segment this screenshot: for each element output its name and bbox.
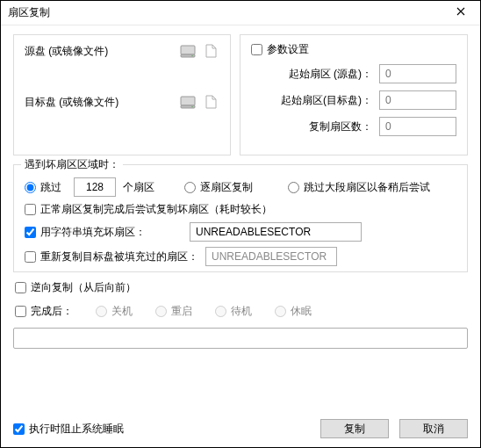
per-sector-radio[interactable]: 逐扇区复制 <box>184 180 253 195</box>
svg-point-2 <box>191 55 193 57</box>
after-standby-radio[interactable]: 待机 <box>215 304 252 319</box>
retry-checkbox[interactable]: 正常扇区复制完成后尝试复制坏扇区（耗时较长） <box>25 202 272 217</box>
target-disk-icon[interactable] <box>179 93 197 111</box>
retry-label: 正常扇区复制完成后尝试复制坏扇区（耗时较长） <box>40 202 272 217</box>
after-done-checkbox[interactable]: 完成后： <box>15 304 73 319</box>
refill-input[interactable] <box>205 247 337 266</box>
svg-rect-0 <box>181 46 195 54</box>
progress-input[interactable] <box>13 328 468 349</box>
jump-big-label: 跳过大段扇区以备稍后尝试 <box>304 180 430 195</box>
start-dst-label: 起始扇区(目标盘)： <box>251 93 379 108</box>
fill-label: 用字符串填充坏扇区： <box>40 225 146 240</box>
source-disk-label: 源盘 (或镜像文件) <box>25 44 172 59</box>
reverse-copy-checkbox[interactable]: 逆向复制（从后向前） <box>15 280 136 295</box>
start-src-label: 起始扇区 (源盘)： <box>251 67 379 82</box>
titlebar: 扇区复制 <box>1 1 480 25</box>
source-target-group: 源盘 (或镜像文件) 目标盘 (或镜像文件) <box>13 34 231 155</box>
after-done-label: 完成后： <box>31 304 73 319</box>
start-src-input[interactable] <box>379 64 456 83</box>
target-disk-label: 目标盘 (或镜像文件) <box>25 95 172 110</box>
cancel-button[interactable]: 取消 <box>399 419 468 438</box>
content: 源盘 (或镜像文件) 目标盘 (或镜像文件) <box>1 25 480 349</box>
prevent-sleep-label: 执行时阻止系统睡眠 <box>29 422 124 437</box>
skip-radio[interactable]: 跳过 <box>25 180 61 195</box>
after-reboot-radio[interactable]: 重启 <box>155 304 192 319</box>
bad-sector-group: 遇到坏扇区区域时： 跳过 个扇区 逐扇区复制 跳过大段扇区以备稍后尝试 正常扇区… <box>13 164 468 272</box>
source-disk-icon[interactable] <box>179 42 197 60</box>
refill-checkbox[interactable]: 重新复制目标盘被填充过的扇区： <box>25 249 198 264</box>
after-hibernate-label: 休眠 <box>291 304 312 319</box>
skip-unit-label: 个扇区 <box>123 180 154 195</box>
params-header-label: 参数设置 <box>267 42 309 57</box>
skip-label: 跳过 <box>40 180 61 195</box>
copy-button[interactable]: 复制 <box>320 419 389 438</box>
after-standby-label: 待机 <box>231 304 252 319</box>
source-file-icon[interactable] <box>202 42 219 60</box>
params-enable-checkbox[interactable]: 参数设置 <box>251 42 309 57</box>
count-label: 复制扇区数： <box>251 119 379 134</box>
params-group: 参数设置 起始扇区 (源盘)： 起始扇区(目标盘)： 复制扇区数： <box>240 34 468 155</box>
after-hibernate-radio[interactable]: 休眠 <box>275 304 312 319</box>
refill-label: 重新复制目标盘被填充过的扇区： <box>40 249 198 264</box>
count-input[interactable] <box>379 117 456 136</box>
after-reboot-label: 重启 <box>171 304 192 319</box>
prevent-sleep-checkbox[interactable]: 执行时阻止系统睡眠 <box>13 422 124 437</box>
window-title: 扇区复制 <box>8 5 442 20</box>
after-shutdown-label: 关机 <box>111 304 133 319</box>
close-icon[interactable] <box>442 1 480 25</box>
svg-point-5 <box>191 106 193 108</box>
svg-rect-3 <box>181 97 195 105</box>
jump-big-radio[interactable]: 跳过大段扇区以备稍后尝试 <box>288 180 430 195</box>
fill-checkbox[interactable]: 用字符串填充坏扇区： <box>25 225 183 240</box>
bad-sector-legend: 遇到坏扇区区域时： <box>21 157 123 172</box>
fill-input[interactable] <box>190 222 362 242</box>
after-shutdown-radio[interactable]: 关机 <box>96 304 133 319</box>
skip-count-input[interactable] <box>74 177 116 197</box>
per-sector-label: 逐扇区复制 <box>200 180 253 195</box>
reverse-copy-label: 逆向复制（从后向前） <box>31 280 136 295</box>
start-dst-input[interactable] <box>379 90 456 110</box>
footer: 执行时阻止系统睡眠 复制 取消 <box>13 419 468 438</box>
target-file-icon[interactable] <box>202 93 219 111</box>
